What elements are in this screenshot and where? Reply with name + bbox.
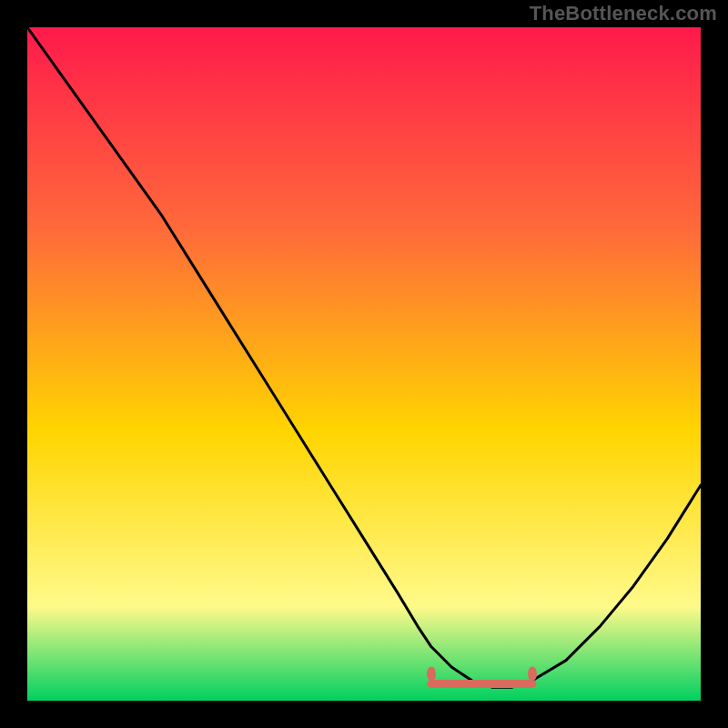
plot-area	[27, 27, 701, 701]
bottleneck-chart	[27, 27, 701, 701]
curve-marker	[427, 666, 436, 681]
watermark-text: TheBottleneck.com	[530, 2, 717, 25]
curve-marker	[528, 666, 537, 681]
gradient-background	[27, 27, 701, 701]
chart-frame: TheBottleneck.com	[0, 0, 728, 728]
